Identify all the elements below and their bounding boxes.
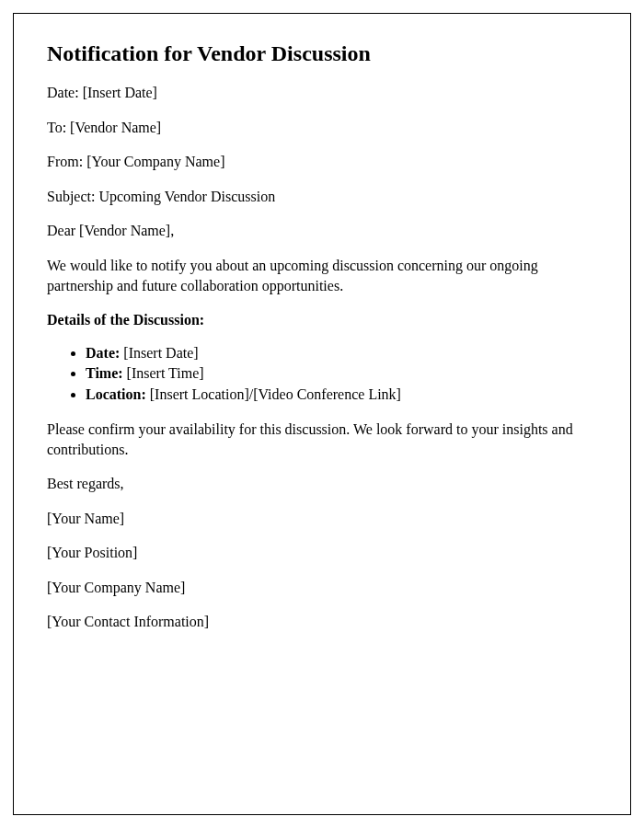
signoff: Best regards, <box>47 474 597 494</box>
from-line: From: [Your Company Name] <box>47 152 597 172</box>
detail-location-label: Location: <box>86 386 146 402</box>
detail-time: Time: [Insert Time] <box>86 363 597 384</box>
to-value: [Vendor Name] <box>70 120 161 135</box>
to-line: To: [Vendor Name] <box>47 118 597 138</box>
detail-date: Date: [Insert Date] <box>86 343 597 363</box>
from-value: [Your Company Name] <box>86 154 224 169</box>
intro-paragraph: We would like to notify you about an upc… <box>47 256 597 295</box>
details-list: Date: [Insert Date] Time: [Insert Time] … <box>86 343 597 405</box>
closing-request: Please confirm your availability for thi… <box>47 420 597 459</box>
detail-date-label: Date: <box>86 345 120 361</box>
detail-location-value: [Insert Location]/[Video Conference Link… <box>146 386 401 402</box>
detail-time-label: Time: <box>86 365 123 381</box>
document-container: Notification for Vendor Discussion Date:… <box>13 13 631 815</box>
date-value: [Insert Date] <box>83 85 157 100</box>
document-title: Notification for Vendor Discussion <box>47 41 597 66</box>
detail-time-value: [Insert Time] <box>123 365 204 381</box>
signature-contact: [Your Contact Information] <box>47 612 597 632</box>
date-line: Date: [Insert Date] <box>47 83 597 103</box>
signature-name: [Your Name] <box>47 509 597 529</box>
detail-date-value: [Insert Date] <box>120 345 198 361</box>
details-heading: Details of the Discussion: <box>47 310 597 330</box>
detail-location: Location: [Insert Location]/[Video Confe… <box>86 385 597 405</box>
signature-company: [Your Company Name] <box>47 578 597 598</box>
subject-line: Subject: Upcoming Vendor Discussion <box>47 187 597 207</box>
salutation: Dear [Vendor Name], <box>47 221 597 241</box>
to-label: To: <box>47 120 70 135</box>
from-label: From: <box>47 154 86 169</box>
date-label: Date: <box>47 85 83 100</box>
subject-value: Upcoming Vendor Discussion <box>98 189 275 204</box>
subject-label: Subject: <box>47 189 98 204</box>
signature-position: [Your Position] <box>47 543 597 563</box>
